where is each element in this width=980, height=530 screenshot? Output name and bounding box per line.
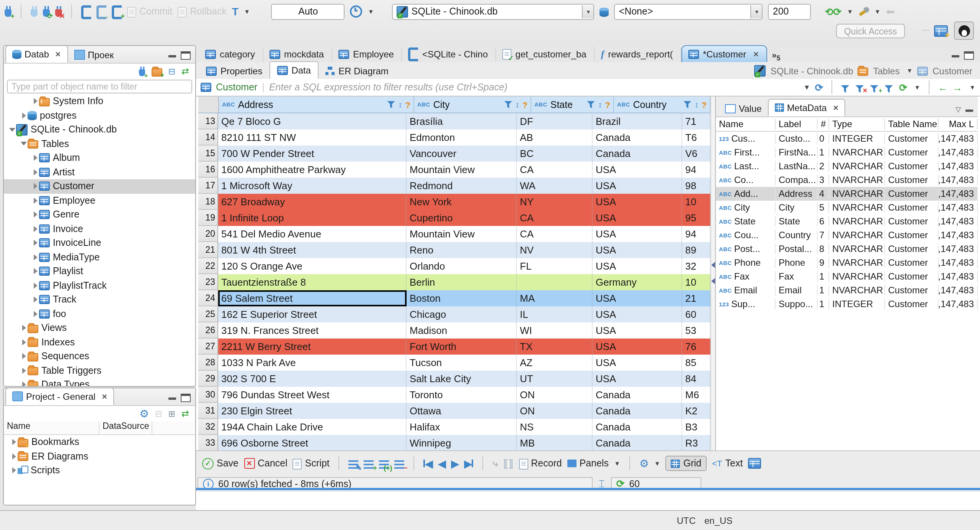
row-number-cell[interactable]: 18 (198, 194, 218, 210)
project-item-bookmarks[interactable]: Bookmarks (4, 435, 195, 449)
row-number-cell[interactable]: 26 (198, 322, 218, 339)
tree-collapsed-arrow-icon[interactable] (31, 240, 39, 246)
column-header-datasource[interactable]: DataSource (100, 421, 152, 434)
metadata-cell[interactable]: 6 (818, 216, 829, 227)
metadata-cell[interactable]: 2,147,483 (939, 216, 978, 227)
cell-city[interactable]: Tucson (407, 355, 517, 371)
cell-postal[interactable]: 84 (682, 371, 710, 387)
schema-selector-arrow[interactable]: ▼ (751, 5, 762, 18)
cell-city[interactable]: Orlando (407, 258, 517, 274)
metadata-cell[interactable]: INTEGER (829, 299, 885, 309)
cell-state[interactable]: NV (517, 242, 593, 258)
cell-city[interactable]: Madison (407, 322, 517, 339)
record-button[interactable]: Record (519, 458, 562, 469)
cell-state[interactable] (517, 274, 593, 290)
connect-icon[interactable] (31, 9, 38, 16)
cell-address[interactable]: 69 Salem Street (218, 290, 407, 306)
cell-state[interactable]: ON (517, 403, 593, 419)
cell-postal[interactable]: 10 (682, 274, 710, 290)
metadata-column-header-table-name[interactable]: Table Name (885, 119, 939, 129)
previous-row-icon[interactable]: ◀ (438, 458, 446, 469)
gear-icon[interactable]: ⚙ (139, 409, 149, 419)
dbeaver-perspective-button[interactable] (954, 21, 974, 40)
cell-country[interactable]: USA (593, 162, 682, 178)
filter-help-icon[interactable]: ? (605, 100, 610, 109)
editor-tab-mockdata[interactable]: mockdata (263, 46, 332, 62)
cell-address[interactable]: 8210 111 ST NW (218, 129, 407, 146)
metadata-cell[interactable]: 2,147,483 (939, 257, 978, 268)
metadata-row[interactable]: ABCCou...Country7NVARCHARCustomer2,147,4… (716, 228, 978, 242)
metadata-cell[interactable]: Fax (776, 271, 818, 282)
filter-funnel-icon[interactable] (683, 101, 692, 108)
table-row[interactable]: 191 Infinite LoopCupertinoCAUSA95 (198, 210, 710, 226)
tree-item-artist[interactable]: Artist (4, 165, 195, 179)
refresh-icon[interactable]: ⟳ (815, 82, 823, 92)
cell-country[interactable]: USA (593, 258, 682, 274)
row-number-cell[interactable]: 32 (198, 419, 218, 435)
tree-item-playlisttrack[interactable]: PlaylistTrack (4, 278, 195, 293)
metadata-cell[interactable]: 2,147,483 (939, 133, 978, 144)
cell-address[interactable]: 162 E Superior Street (218, 306, 407, 322)
table-row[interactable]: 23Tauentzienstraße 8BerlinGermany10 (198, 274, 710, 290)
apply-filter-icon[interactable] (841, 83, 851, 92)
table-row[interactable]: 171 Microsoft WayRedmondWAUSA98 (198, 178, 710, 194)
tree-item-system-info[interactable]: iSystem Info (4, 94, 195, 108)
cell-postal[interactable]: R3 (682, 435, 710, 451)
cell-city[interactable]: Fort Worth (407, 339, 517, 355)
cell-country[interactable]: USA (593, 178, 682, 194)
metadata-column-header-name[interactable]: Name (716, 119, 776, 129)
metadata-cell[interactable]: Customer (885, 133, 939, 144)
metadata-cell[interactable]: Customer (885, 271, 939, 282)
cell-postal[interactable]: B3 (682, 419, 710, 435)
cell-postal[interactable]: 85 (682, 355, 710, 371)
metadata-row[interactable]: ABCEmailEmail1NVARCHARCustomer2,147,483 (716, 283, 978, 297)
table-row[interactable]: 33696 Osborne StreetWinnipegMBCanadaR3 (198, 435, 710, 451)
new-connection-icon[interactable]: + (5, 9, 11, 16)
cell-address[interactable]: 627 Broadway (218, 194, 407, 210)
editor-tab-employee[interactable]: Employee (332, 46, 402, 62)
cell-city[interactable]: New York (407, 194, 517, 210)
table-row[interactable]: 31230 Elgin StreetOttawaONCanadaK2 (198, 403, 710, 419)
metadata-cell-name[interactable]: 123Sup... (716, 299, 776, 309)
cell-city[interactable]: Vancouver (407, 146, 517, 162)
tree-collapsed-arrow-icon[interactable] (20, 382, 28, 387)
metadata-column-header-type[interactable]: Type (829, 119, 885, 129)
delete-row-icon[interactable]: − (395, 460, 405, 468)
metadata-cell[interactable]: NVARCHAR (829, 271, 885, 282)
editor-tab-category[interactable]: category (199, 46, 263, 62)
cell-state[interactable]: MA (517, 290, 593, 306)
metadata-cell[interactable]: NVARCHAR (829, 188, 885, 199)
cancel-button[interactable]: ✕Cancel (244, 458, 287, 469)
metadata-cell-name[interactable]: ABCFax (716, 271, 776, 282)
edit-row-icon[interactable]: ✎ (349, 460, 359, 468)
table-row[interactable]: 20541 Del Medio AvenueMountain ViewCAUSA… (198, 226, 710, 242)
metadata-cell[interactable]: NVARCHAR (829, 202, 885, 213)
chevron-down-icon[interactable]: ▼ (906, 67, 913, 74)
cell-postal[interactable]: 98 (682, 178, 710, 194)
breadcrumb-table[interactable]: Customer (933, 65, 972, 76)
cell-country[interactable]: Canada (593, 146, 682, 162)
metadata-cell[interactable]: NVARCHAR (829, 175, 885, 185)
tree-collapsed-arrow-icon[interactable] (31, 268, 39, 275)
metadata-cell[interactable]: Customer (885, 147, 939, 158)
close-icon[interactable]: ✕ (753, 50, 759, 58)
cell-address[interactable]: 1 Microsoft Way (218, 178, 407, 194)
column-header-state[interactable]: ABCState↕? (531, 97, 614, 113)
collapse-icon[interactable]: ⊟ (155, 409, 162, 419)
metadata-row[interactable]: ABCFirst...FirstNa...1NVARCHARCustomer2,… (716, 146, 978, 159)
metadata-row[interactable]: ABCCityCity5NVARCHARCustomer2,147,483 (716, 201, 978, 214)
metadata-cell[interactable]: 0 (818, 133, 829, 144)
cell-country[interactable]: Brazil (593, 113, 682, 129)
metadata-cell[interactable]: 9 (818, 257, 829, 268)
tab-overflow-indicator[interactable]: »5 (772, 51, 780, 62)
tree-item-views[interactable]: Views (4, 321, 195, 335)
metadata-cell[interactable]: Country (776, 230, 818, 240)
table-row[interactable]: 15700 W Pender StreetVancouverBCCanadaV6 (198, 146, 710, 162)
database-selector[interactable]: SQLite - Chinook.db ▼ (392, 3, 595, 20)
tree-item-album[interactable]: Album (4, 151, 195, 165)
cell-country[interactable]: Canada (593, 435, 682, 451)
tree-collapsed-arrow-icon[interactable] (10, 468, 18, 474)
cell-country[interactable]: USA (593, 306, 682, 322)
save-filter-icon[interactable]: + (870, 83, 880, 92)
row-number-cell[interactable]: 16 (198, 162, 218, 178)
